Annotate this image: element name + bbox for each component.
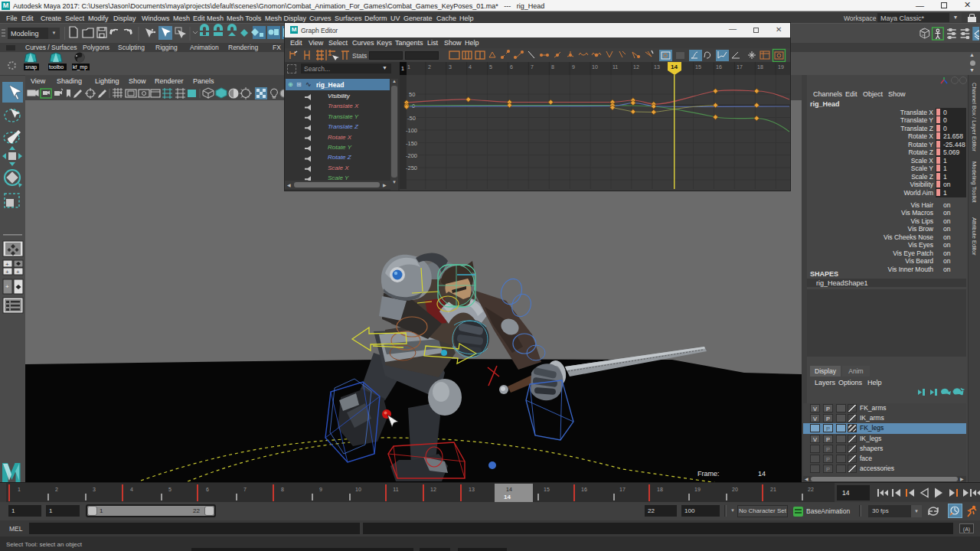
svg-text:14: 14 [671, 64, 678, 70]
svg-text:16: 16 [581, 487, 587, 492]
svg-text:14: 14 [504, 494, 511, 500]
svg-text:Frame:: Frame: [697, 470, 720, 478]
svg-text:0: 0 [412, 103, 415, 109]
svg-text:-100: -100 [406, 127, 417, 134]
svg-text:16: 16 [716, 64, 722, 70]
svg-text:4: 4 [130, 487, 133, 492]
svg-text:+: + [5, 261, 9, 268]
svg-text:+: + [5, 283, 9, 290]
svg-text:19: 19 [778, 64, 784, 70]
svg-text:18: 18 [657, 487, 663, 492]
svg-text:50: 50 [409, 91, 415, 98]
svg-text:-250: -250 [406, 165, 417, 171]
svg-text:4: 4 [469, 64, 472, 70]
svg-text:2: 2 [428, 64, 431, 70]
svg-text:9: 9 [572, 64, 575, 70]
svg-text:12: 12 [430, 487, 436, 492]
svg-text:kf_mp: kf_mp [73, 64, 87, 70]
svg-text:6: 6 [510, 64, 513, 70]
svg-text:12: 12 [633, 64, 639, 70]
svg-text:-200: -200 [406, 152, 417, 159]
svg-text:11: 11 [393, 487, 398, 492]
svg-text:17: 17 [619, 487, 626, 492]
svg-text:8: 8 [281, 487, 284, 492]
svg-text:17: 17 [737, 64, 743, 70]
svg-text:19: 19 [694, 487, 701, 492]
svg-text:toolbo: toolbo [49, 64, 64, 70]
svg-text:3: 3 [449, 64, 452, 70]
svg-text:9: 9 [319, 487, 322, 492]
svg-text:1: 1 [401, 66, 404, 71]
svg-text:6: 6 [206, 487, 209, 492]
svg-text:22: 22 [808, 487, 814, 492]
svg-text:14: 14 [842, 489, 850, 497]
svg-text:21: 21 [770, 487, 776, 492]
svg-text:7: 7 [531, 64, 534, 70]
svg-text:13: 13 [654, 64, 660, 70]
svg-text:18: 18 [757, 64, 763, 70]
svg-text:5: 5 [489, 64, 492, 70]
svg-text:10: 10 [592, 64, 598, 70]
svg-text:-150: -150 [406, 140, 417, 147]
svg-text:snap: snap [25, 64, 37, 70]
svg-text:11: 11 [612, 64, 618, 70]
svg-text:7: 7 [243, 487, 247, 492]
svg-text:10: 10 [355, 487, 361, 492]
svg-text:15: 15 [695, 64, 701, 70]
svg-text:20: 20 [732, 487, 738, 492]
svg-text:3: 3 [93, 487, 96, 492]
svg-text:1: 1 [407, 64, 410, 70]
svg-text:+: + [5, 269, 9, 276]
svg-text:-50: -50 [407, 115, 416, 122]
svg-text:13: 13 [469, 487, 475, 492]
svg-text:5: 5 [168, 487, 172, 492]
svg-text:8: 8 [551, 64, 554, 70]
svg-text:14: 14 [506, 487, 512, 492]
svg-text:1: 1 [18, 487, 21, 492]
svg-text:15: 15 [544, 487, 550, 492]
svg-text:14: 14 [758, 470, 766, 478]
svg-text:+: + [16, 269, 20, 276]
svg-text:2: 2 [55, 487, 58, 492]
